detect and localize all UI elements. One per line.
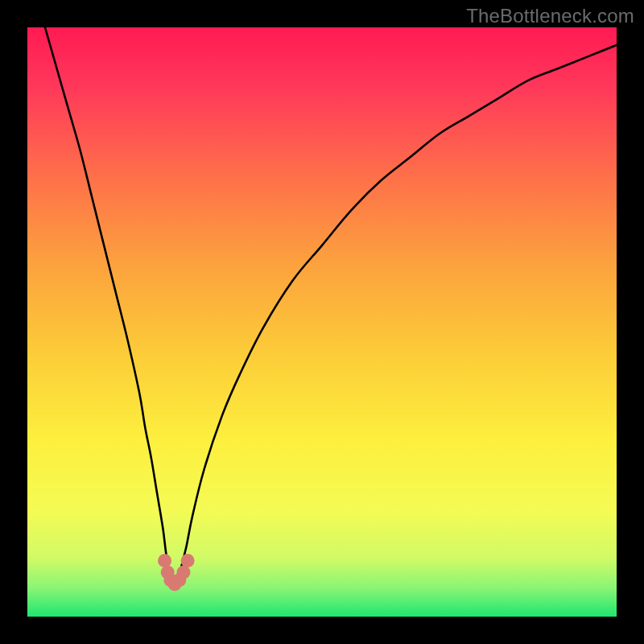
optimal-zone-markers bbox=[158, 554, 195, 591]
bottleneck-curve bbox=[45, 27, 617, 587]
chart-area bbox=[27, 27, 617, 617]
watermark-text: TheBottleneck.com bbox=[466, 5, 634, 27]
optimal-zone-marker bbox=[176, 566, 190, 580]
chart-curve-layer bbox=[27, 27, 617, 617]
optimal-zone-marker bbox=[158, 554, 171, 568]
optimal-zone-marker bbox=[181, 554, 195, 568]
